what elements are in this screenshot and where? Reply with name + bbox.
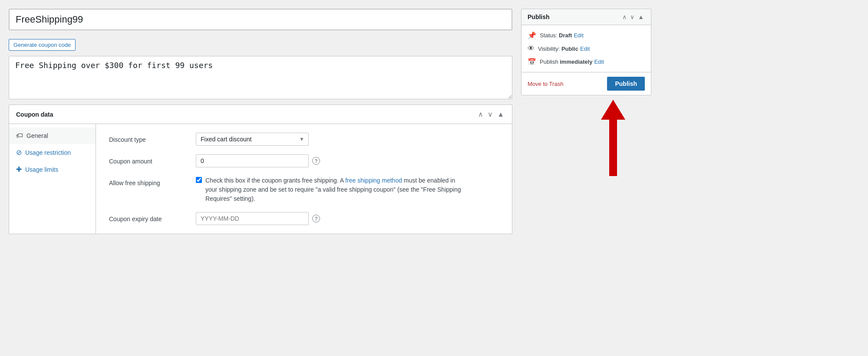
publish-collapse-down-button[interactable]: ∨: [629, 13, 635, 20]
red-arrow: [601, 100, 625, 176]
status-pin-icon: 📌: [528, 31, 536, 39]
discount-type-control: Percentage discount Fixed cart discount …: [196, 133, 309, 146]
free-shipping-checkbox-row: Check this box if the coupon grants free…: [196, 176, 466, 203]
allow-free-shipping-control: Check this box if the coupon grants free…: [196, 176, 466, 203]
publish-expand-button[interactable]: ▲: [637, 13, 645, 20]
expand-button[interactable]: ▲: [496, 110, 505, 118]
publish-body: 📌 Status: DraftEdit 👁 Visibility: Public…: [521, 25, 651, 72]
coupon-data-title: Coupon data: [16, 111, 53, 118]
publish-time-text: Publish immediatelyEdit: [540, 59, 604, 65]
usage-limits-icon: ✚: [16, 165, 22, 173]
publish-collapse-up-button[interactable]: ∧: [621, 13, 627, 20]
discount-type-select-wrapper: Percentage discount Fixed cart discount …: [196, 133, 309, 146]
arrow-shaft: [609, 120, 617, 176]
sidebar: Publish ∧ ∨ ▲ 📌 Status: DraftEdit 👁 Visi…: [521, 9, 651, 347]
coupon-tabs: 🏷 General ⊘ Usage restriction ✚ Usage li…: [9, 124, 96, 234]
allow-free-shipping-text: Check this box if the coupon grants free…: [205, 176, 466, 203]
coupon-expiry-control: ?: [196, 212, 320, 225]
allow-free-shipping-label: Allow free shipping: [109, 176, 187, 186]
collapse-down-button[interactable]: ∨: [487, 110, 494, 118]
tab-general[interactable]: 🏷 General: [9, 127, 96, 144]
coupon-expiry-row: Coupon expiry date ?: [109, 212, 499, 225]
publish-header: Publish ∧ ∨ ▲: [521, 9, 651, 25]
general-tab-icon: 🏷: [16, 132, 23, 140]
collapse-up-button[interactable]: ∧: [477, 110, 484, 118]
publish-time-edit-link[interactable]: Edit: [594, 59, 604, 65]
main-content: Generate coupon code Free Shipping over …: [9, 9, 512, 347]
coupon-data-header: Coupon data ∧ ∨ ▲: [9, 105, 512, 124]
publish-title: Publish: [528, 13, 550, 20]
tab-usage-restriction[interactable]: ⊘ Usage restriction: [9, 144, 96, 161]
publish-box: Publish ∧ ∨ ▲ 📌 Status: DraftEdit 👁 Visi…: [521, 9, 651, 95]
coupon-expiry-label: Coupon expiry date: [109, 212, 187, 222]
publish-visibility-row: 👁 Visibility: PublicEdit: [528, 45, 645, 52]
discount-type-label: Discount type: [109, 133, 187, 143]
coupon-data-body: 🏷 General ⊘ Usage restriction ✚ Usage li…: [9, 124, 512, 234]
coupon-data-controls: ∧ ∨ ▲: [477, 110, 505, 118]
coupon-amount-row: Coupon amount ?: [109, 154, 499, 167]
status-edit-link[interactable]: Edit: [574, 32, 583, 39]
publish-footer: Move to Trash Publish: [521, 72, 651, 95]
publish-time-row: 📅 Publish immediatelyEdit: [528, 58, 645, 66]
publish-status-row: 📌 Status: DraftEdit: [528, 31, 645, 39]
coupon-expiry-input[interactable]: [196, 212, 309, 225]
tab-usage-limits[interactable]: ✚ Usage limits: [9, 161, 96, 178]
coupon-amount-input[interactable]: [196, 154, 309, 167]
coupon-data-box: Coupon data ∧ ∨ ▲ 🏷 General ⊘ Usage rest…: [9, 105, 512, 234]
visibility-eye-icon: 👁: [528, 45, 535, 52]
arrow-head: [601, 100, 625, 120]
coupon-amount-control: ?: [196, 154, 320, 167]
move-to-trash-link[interactable]: Move to Trash: [528, 81, 563, 87]
publish-visibility-text: Visibility: PublicEdit: [538, 46, 590, 52]
coupon-fields: Discount type Percentage discount Fixed …: [96, 124, 512, 234]
free-shipping-method-link[interactable]: free shipping method: [345, 177, 402, 184]
allow-free-shipping-row: Allow free shipping Check this box if th…: [109, 176, 499, 203]
visibility-edit-link[interactable]: Edit: [580, 46, 590, 52]
tab-general-label: General: [26, 132, 48, 139]
tab-usage-limits-label: Usage limits: [25, 166, 58, 173]
coupon-amount-help-icon: ?: [312, 157, 320, 165]
publish-status-text: Status: DraftEdit: [540, 32, 584, 39]
publish-header-controls: ∧ ∨ ▲: [621, 13, 645, 20]
coupon-amount-label: Coupon amount: [109, 154, 187, 165]
coupon-expiry-help-icon: ?: [312, 215, 320, 222]
publish-button[interactable]: Publish: [607, 77, 645, 91]
usage-restriction-icon: ⊘: [16, 148, 22, 157]
arrow-container: [521, 95, 651, 182]
tab-usage-restriction-label: Usage restriction: [25, 149, 71, 156]
discount-type-select[interactable]: Percentage discount Fixed cart discount …: [196, 133, 309, 146]
discount-type-row: Discount type Percentage discount Fixed …: [109, 133, 499, 146]
coupon-description-textarea[interactable]: Free Shipping over $300 for first 99 use…: [9, 56, 512, 99]
coupon-code-wrapper: [9, 9, 512, 30]
allow-free-shipping-checkbox[interactable]: [196, 177, 202, 183]
coupon-code-input[interactable]: [9, 9, 512, 30]
calendar-icon: 📅: [528, 58, 536, 66]
generate-coupon-code-button[interactable]: Generate coupon code: [9, 39, 76, 51]
